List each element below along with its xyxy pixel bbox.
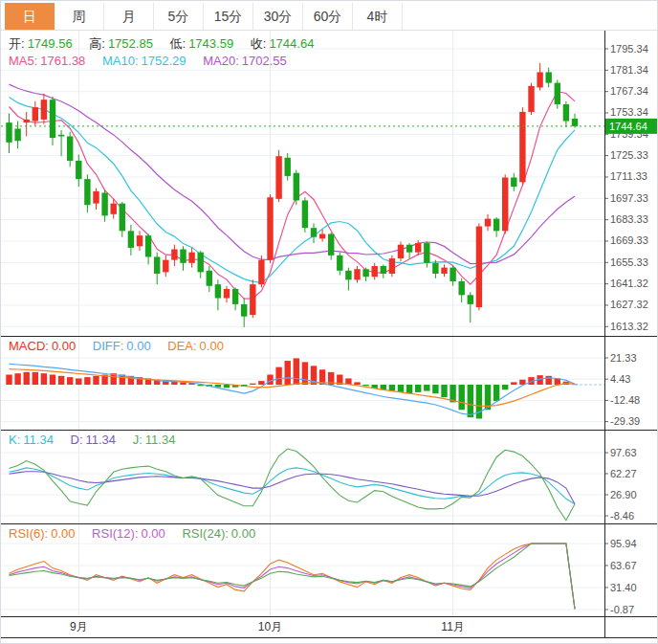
- rsi12-value: 0.00: [142, 526, 165, 541]
- candle-body: [389, 258, 395, 274]
- low-label: 低:: [170, 36, 186, 51]
- timeframe-tab-2[interactable]: 月: [104, 3, 154, 30]
- candle-body: [14, 128, 20, 141]
- candle-body: [468, 295, 473, 304]
- macd-bar: [14, 373, 20, 385]
- rsi6-value: 0.00: [51, 526, 75, 541]
- chart-svg[interactable]: 1795.341781.341767.341753.341739.341725.…: [1, 1, 658, 644]
- candle-body: [163, 260, 168, 273]
- d-value: 11.34: [86, 433, 117, 447]
- candle-body: [50, 100, 55, 138]
- macd-bar: [476, 385, 482, 418]
- candle-body: [546, 72, 552, 82]
- candle-body: [33, 107, 38, 121]
- candle-body: [362, 269, 368, 277]
- kdj-axis-label: 62.27: [610, 468, 637, 479]
- ma10-value: 1752.29: [142, 54, 186, 68]
- timeframe-tab-3[interactable]: 5分: [154, 3, 204, 30]
- kdj-axis-label: 26.90: [610, 489, 637, 500]
- timeframe-tab-4[interactable]: 15分: [204, 3, 253, 30]
- current-price-tag-text: 1744.64: [609, 121, 647, 132]
- candle-body: [171, 249, 177, 259]
- main-axis-label: 1781.34: [610, 64, 648, 76]
- ma-info-row: MA5:1761.38 MA10:1752.29 MA20:1702.55: [9, 54, 290, 68]
- high-value: 1752.85: [108, 36, 153, 51]
- candle-body: [84, 179, 90, 205]
- macd-axis-label: 21.33: [610, 352, 637, 364]
- candle-body: [198, 253, 204, 273]
- macd-bar: [415, 385, 421, 392]
- d-line: [10, 472, 576, 504]
- candle-body: [24, 120, 30, 122]
- timeframe-tab-5[interactable]: 30分: [253, 3, 303, 30]
- ma20-line: [10, 84, 576, 264]
- macd-label: MACD:: [9, 339, 49, 353]
- candle-body: [494, 219, 499, 232]
- candle-body: [319, 234, 325, 239]
- timeframe-tab-6[interactable]: 60分: [303, 3, 353, 30]
- macd-bar: [468, 385, 473, 417]
- candle-body: [241, 304, 247, 317]
- candle-body: [459, 281, 465, 295]
- candle-body: [111, 204, 117, 214]
- rsi-axis-label: 63.67: [610, 560, 637, 571]
- candle-body: [67, 136, 73, 161]
- timeframe-tab-7[interactable]: 4时: [353, 3, 403, 30]
- macd-bar: [58, 376, 64, 385]
- rsi24-label: RSI(24):: [182, 526, 228, 541]
- main-axis-label: 1767.34: [610, 85, 648, 97]
- rsi-axis-label: 31.40: [610, 582, 637, 593]
- candle-body: [267, 197, 273, 259]
- candle-body: [41, 100, 47, 120]
- macd-bar: [24, 372, 30, 385]
- candle-body: [337, 255, 342, 271]
- rsi-axis-label: 95.94: [610, 538, 637, 549]
- candle-body: [519, 112, 525, 182]
- candle-body: [302, 200, 308, 228]
- dea-label: DEA:: [167, 339, 196, 353]
- macd-value: 0.00: [52, 339, 76, 353]
- kdj-axis-label: -8.46: [610, 510, 634, 522]
- candle-body: [563, 104, 569, 122]
- timeframe-tab-0[interactable]: 日: [5, 3, 55, 30]
- candle-body: [406, 245, 412, 253]
- candle-body: [528, 86, 534, 112]
- rsi6-label: RSI(6):: [9, 526, 48, 541]
- diff-label: DIFF:: [93, 339, 124, 353]
- rsi12-label: RSI(12):: [92, 526, 138, 541]
- candle-body: [258, 260, 264, 285]
- ma5-value: 1761.38: [40, 54, 85, 68]
- main-axis-label: 1725.33: [610, 149, 648, 161]
- macd-bar: [84, 377, 90, 385]
- rsi-header: RSI(6):0.00 RSI(12):0.00 RSI(24):0.00: [9, 526, 258, 541]
- timeframe-tab-1[interactable]: 周: [55, 3, 104, 30]
- macd-bar: [275, 367, 281, 385]
- candle-body: [537, 72, 542, 87]
- macd-bar: [389, 385, 395, 391]
- x-axis-month-label: 10月: [258, 620, 282, 633]
- macd-bar: [502, 385, 508, 389]
- main-axis-label: 1683.33: [610, 213, 648, 225]
- rsi-axis-label: -0.87: [610, 604, 634, 615]
- candle-body: [145, 235, 151, 256]
- candle-body: [555, 83, 560, 104]
- macd-bar: [285, 361, 291, 385]
- candle-body: [294, 173, 299, 201]
- open-value: 1749.56: [28, 36, 73, 51]
- candle-body: [372, 266, 378, 277]
- close-value: 1744.64: [269, 36, 314, 51]
- k-value: 11.34: [23, 433, 54, 447]
- candle-body: [432, 263, 438, 274]
- timeframe-tabs: 日周月5分15分30分60分4时: [1, 1, 657, 31]
- main-axis-label: 1627.32: [610, 299, 648, 310]
- open-label: 开:: [9, 36, 25, 51]
- macd-axis-label: -29.39: [610, 415, 640, 427]
- ma20-label: MA20:: [203, 54, 239, 68]
- candle-body: [224, 289, 230, 299]
- candle-body: [101, 192, 107, 215]
- main-axis-label: 1795.34: [610, 43, 648, 55]
- j-label: J:: [133, 433, 143, 447]
- candle-body: [180, 249, 186, 262]
- candle-body: [250, 284, 255, 315]
- candle-body: [424, 243, 429, 263]
